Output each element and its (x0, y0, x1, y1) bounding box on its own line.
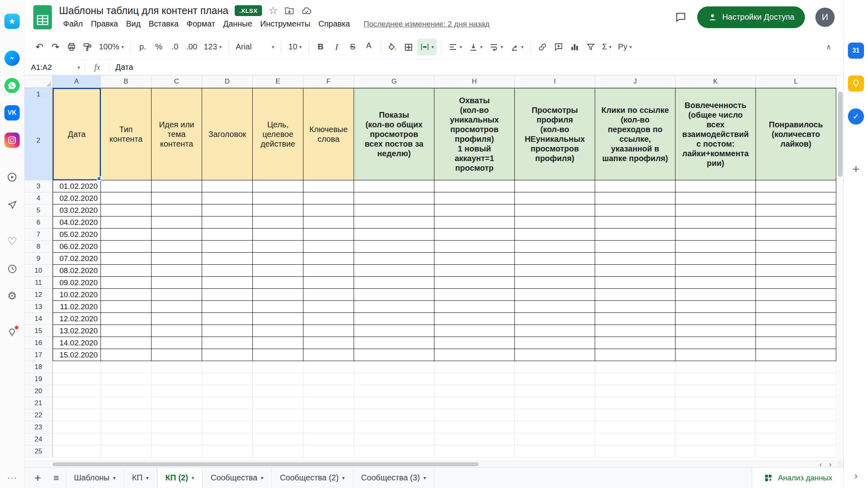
sheet-tab[interactable]: КП (2) (157, 468, 203, 488)
cell-G4[interactable] (354, 192, 434, 204)
cell-L19[interactable] (756, 373, 836, 385)
cell-F18[interactable] (303, 361, 354, 373)
cell-K5[interactable] (676, 204, 756, 216)
settings-gear-icon[interactable] (4, 288, 20, 304)
merge-cells-button[interactable] (417, 39, 437, 55)
cell-B9[interactable] (101, 253, 151, 265)
cell-G10[interactable] (354, 265, 434, 277)
cell-J25[interactable] (595, 445, 676, 457)
cell-J13[interactable] (595, 301, 676, 313)
cell-I14[interactable] (515, 313, 595, 325)
paint-format-button[interactable] (80, 39, 95, 55)
cell-I19[interactable] (515, 373, 595, 385)
cell-A10[interactable]: 08.02.2020 (53, 265, 101, 277)
cell-H5[interactable] (434, 204, 515, 216)
scroll-right-icon[interactable] (829, 461, 831, 467)
cell-G18[interactable] (354, 361, 434, 373)
cell-A3[interactable]: 01.02.2020 (53, 180, 101, 192)
cell-B4[interactable] (101, 192, 151, 204)
row-header-18[interactable]: 18 (25, 361, 53, 373)
menu-item[interactable]: Инструменты (256, 18, 315, 30)
column-header-E[interactable]: E (253, 76, 303, 88)
cell-J21[interactable] (595, 397, 676, 409)
cell-A24[interactable] (53, 433, 101, 445)
cell-G23[interactable] (354, 421, 434, 433)
cell-I13[interactable] (515, 301, 595, 313)
cell-K4[interactable] (676, 192, 756, 204)
column-header-C[interactable]: C (151, 76, 202, 88)
cell-L12[interactable] (756, 289, 836, 301)
cell-L16[interactable] (756, 337, 836, 349)
column-header-L[interactable]: L (756, 76, 836, 88)
cell-F11[interactable] (303, 277, 354, 289)
cell-F12[interactable] (303, 289, 354, 301)
italic-button[interactable]: I (329, 39, 344, 55)
cell-F13[interactable] (303, 301, 354, 313)
cell-F10[interactable] (303, 265, 354, 277)
cell-B23[interactable] (101, 421, 151, 433)
filter-button[interactable] (583, 39, 598, 55)
cell-L9[interactable] (756, 253, 836, 265)
horizontal-scrollbar-thumb[interactable] (53, 462, 479, 466)
formula-input[interactable]: Дата (110, 63, 133, 72)
cell-D14[interactable] (202, 313, 253, 325)
row-header-19[interactable]: 19 (25, 373, 53, 385)
cell-F21[interactable] (303, 397, 354, 409)
cell-J23[interactable] (595, 421, 676, 433)
cell-E14[interactable] (253, 313, 303, 325)
row-header-23[interactable]: 23 (25, 421, 53, 433)
cell-I12[interactable] (515, 289, 595, 301)
header-cell-J[interactable]: Клики по ссылке (кол-во переходов по ссы… (595, 88, 676, 180)
cell-I20[interactable] (515, 385, 595, 397)
cell-D13[interactable] (202, 301, 253, 313)
cell-G5[interactable] (354, 204, 434, 216)
cell-C5[interactable] (151, 204, 202, 216)
insert-link-button[interactable] (535, 39, 550, 55)
cell-J6[interactable] (595, 216, 676, 229)
share-button[interactable]: Настройки Доступа (697, 6, 805, 28)
cell-J5[interactable] (595, 204, 676, 216)
cell-J20[interactable] (595, 385, 676, 397)
cell-F9[interactable] (303, 253, 354, 265)
cell-A9[interactable]: 07.02.2020 (53, 253, 101, 265)
row-header-25[interactable]: 25 (25, 445, 53, 457)
cell-D17[interactable] (202, 349, 253, 361)
borders-button[interactable] (401, 39, 416, 55)
row-header-10[interactable]: 10 (25, 265, 53, 277)
sheets-logo-icon[interactable] (33, 5, 53, 30)
cell-K8[interactable] (676, 241, 756, 253)
sheet-tab[interactable]: Сообщества (2) (272, 468, 353, 488)
cell-E5[interactable] (253, 204, 303, 216)
cell-F22[interactable] (303, 409, 354, 421)
text-wrap-button[interactable] (486, 39, 506, 55)
bookmarks-heart-icon[interactable] (4, 234, 20, 249)
cell-K17[interactable] (676, 349, 756, 361)
cell-C25[interactable] (151, 445, 202, 457)
collapse-panel-button[interactable] (854, 470, 858, 482)
cell-G3[interactable] (354, 180, 434, 192)
cell-H3[interactable] (434, 180, 515, 192)
cell-E21[interactable] (253, 397, 303, 409)
column-header-D[interactable]: D (202, 76, 253, 88)
cell-G13[interactable] (354, 301, 434, 313)
cell-I25[interactable] (515, 445, 595, 457)
cell-F19[interactable] (303, 373, 354, 385)
cell-I15[interactable] (515, 325, 595, 337)
cell-B10[interactable] (101, 265, 151, 277)
cell-D11[interactable] (202, 277, 253, 289)
cell-A21[interactable] (53, 397, 101, 409)
header-cell-F[interactable]: Ключевые слова (303, 88, 354, 180)
cell-B17[interactable] (101, 349, 151, 361)
cell-G12[interactable] (354, 289, 434, 301)
cell-L21[interactable] (756, 397, 836, 409)
cell-D25[interactable] (202, 445, 253, 457)
cell-C6[interactable] (151, 216, 202, 229)
cell-G15[interactable] (354, 325, 434, 337)
keep-icon[interactable] (848, 76, 864, 92)
cell-J10[interactable] (595, 265, 676, 277)
cell-I21[interactable] (515, 397, 595, 409)
player-icon[interactable] (4, 169, 20, 185)
cell-K22[interactable] (676, 409, 756, 421)
cell-F16[interactable] (303, 337, 354, 349)
cell-G7[interactable] (354, 229, 434, 241)
